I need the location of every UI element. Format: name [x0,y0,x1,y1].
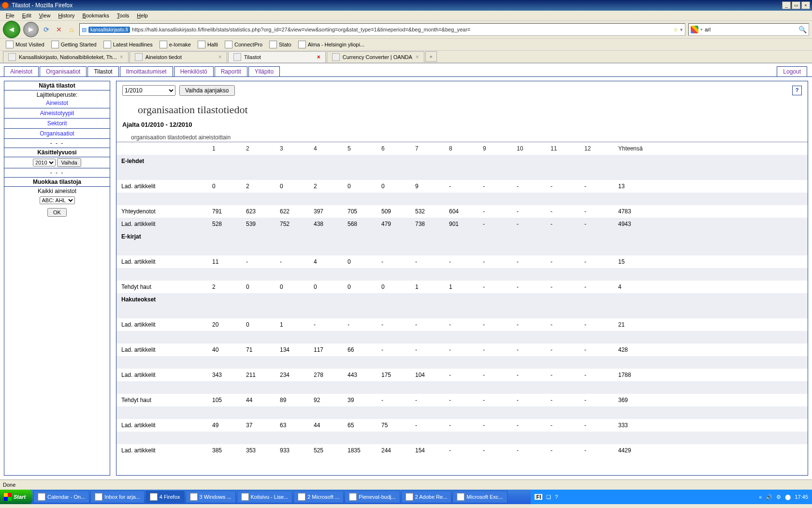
tray-icon[interactable]: ? [555,494,558,500]
app-tab-organisaatiot[interactable]: Organisaatiot [40,66,87,77]
app-tab-ylläpito[interactable]: Ylläpito [248,66,280,77]
bookmark-icon [103,41,111,48]
tray-icon[interactable]: ⚙ [776,494,781,500]
reload-button[interactable]: ⟳ [42,25,51,34]
page-content: AineistotOrganisaatiotTilastotIlmoittaut… [0,63,812,479]
table-row: Hakuteokset [116,293,808,306]
taskbar: Start Calendar - On...Inbox for arja...4… [0,490,812,504]
change-period-button[interactable]: Vaihda ajanjakso [179,85,235,96]
window-titlebar: Tilastot - Mozilla Firefox _ ▭ × [0,0,812,11]
minimize-button[interactable]: _ [782,1,791,9]
tab-close-icon[interactable]: × [416,54,419,60]
app-tab-tilastot[interactable]: Tilastot [87,66,118,77]
bookmark-item[interactable]: ConnectPro [222,40,265,49]
browser-tab[interactable]: Currency Converter | OANDA× [327,51,424,62]
forward-button[interactable]: ► [23,22,39,37]
menubar: FileEditViewHistoryBookmarksToolsHelp [0,11,812,21]
menu-history[interactable]: History [54,12,78,19]
url-bar[interactable]: ▧ kansalliskirjasto.fi https://halti.kan… [79,23,685,36]
table-row [116,356,808,369]
table-row: Lad. artikkelit11--40-------15 [116,255,808,268]
app-tab-aineistot[interactable]: Aineistot [4,66,39,77]
period-select[interactable]: 1/2010 [122,85,175,96]
table-row: E-kirjat [116,230,808,243]
taskbar-task[interactable]: Inbox for arja... [90,491,144,503]
bookmark-item[interactable]: Most Visited [3,40,47,49]
menu-tools[interactable]: Tools [113,12,133,19]
bookmark-item[interactable]: Halti [195,40,221,49]
menu-file[interactable]: File [2,12,18,19]
app-tab-raportit[interactable]: Raportit [215,66,247,77]
table-row: Lad. artikkelit0202009-----13 [116,180,808,193]
close-button[interactable]: × [801,1,810,9]
menu-bookmarks[interactable]: Bookmarks [79,12,113,19]
aineisto-select[interactable]: ABC: AHL [40,196,75,204]
logout-button[interactable]: Logout [777,66,807,77]
bookmark-icon [269,41,277,48]
divider: - - - [4,139,110,148]
sidebar-link-aineistot[interactable]: Aineistot [4,99,110,107]
sidebar-link-organisaatiot[interactable]: Organisaatiot [4,130,110,137]
table-row [116,193,808,205]
bookmark-item[interactable]: Getting Started [48,40,100,49]
taskbar-task[interactable]: Kotisivu - Lise... [237,491,293,503]
maximize-button[interactable]: ▭ [792,1,800,9]
taskbar-task[interactable]: 2 Microsoft ... [293,491,344,503]
taskbar-task[interactable]: Calendar - On... [33,491,89,503]
stop-button[interactable]: ✕ [54,25,64,34]
task-icon [150,493,158,501]
bookmark-icon [298,41,306,48]
sidebar-link-sektorit[interactable]: Sektorit [4,120,110,127]
taskbar-task[interactable]: 3 Windows ... [186,491,236,503]
help-button[interactable]: ? [792,86,802,95]
tab-close-icon[interactable]: × [218,54,222,60]
year-change-button[interactable]: Vaihda [57,158,81,167]
tray-icon[interactable]: ⬤ [785,494,791,500]
ok-button[interactable]: OK [47,208,67,217]
tray-icon[interactable]: 🔊 [766,494,772,500]
language-indicator[interactable]: FI [535,494,542,500]
system-tray[interactable]: FI ❏ ? « 🔊 ⚙ ⬤ 17:45 [531,490,812,504]
bookmark-item[interactable]: Alma - Helsingin yliopi... [295,40,367,49]
row-label: Tehdyt haut [116,281,209,293]
start-button[interactable]: Start [0,490,32,504]
app-tab-ilmoittautumiset[interactable]: Ilmoittautumiset [120,66,173,77]
bookmark-icon [160,41,167,48]
browser-tab[interactable]: Aineiston tiedot× [130,51,227,62]
main-panel: 1/2010 Vaihda ajanjakso ? organisaation … [116,81,808,476]
menu-view[interactable]: View [35,12,55,19]
taskbar-task[interactable]: 2 Adobe Re... [401,491,452,503]
tray-icon[interactable]: ❏ [546,494,551,500]
taskbar-task[interactable]: Pienevat-budj... [345,491,400,503]
table-row: Lad. artikkelit343211234278443175104----… [116,369,808,381]
menu-edit[interactable]: Edit [18,12,35,19]
bookmark-item[interactable]: Stato [266,40,294,49]
bookmark-item[interactable]: e-lomake [157,40,194,49]
menu-help[interactable]: Help [133,12,152,19]
search-input[interactable]: arl [705,27,710,32]
table-row [116,268,808,281]
site-identity-badge[interactable]: kansalliskirjasto.fi [88,27,130,33]
taskbar-task[interactable]: 4 Firefox [145,491,185,503]
tray-expand-icon[interactable]: « [759,494,762,500]
tab-close-icon[interactable]: × [120,54,123,60]
table-row [116,167,808,180]
home-button[interactable]: ⌂ [67,25,76,34]
bookmark-item[interactable]: Latest Headlines [101,40,156,49]
browser-tab[interactable]: Tilastot× [228,51,326,62]
row-label: Lad. artikkelit [116,318,209,331]
search-bar[interactable]: ▾ arl 🔍 [688,23,809,36]
app-tab-henkilöstö[interactable]: Henkilöstö [174,66,214,77]
row-total: 369 [615,394,808,406]
bookmark-icon [225,41,232,48]
new-tab-button[interactable]: + [425,51,437,62]
sidebar-link-aineistotyypit[interactable]: Aineistotyypit [4,109,110,117]
browser-tab[interactable]: Kansalliskirjasto, Nationalbiblioteket, … [3,51,129,62]
tab-close-icon[interactable]: × [317,54,320,60]
year-select[interactable]: 2010 [33,159,56,166]
search-icon[interactable]: 🔍 [798,26,807,33]
back-button[interactable]: ◄ [3,21,20,38]
table-row: Lad. artikkelit2001---------21 [116,318,808,331]
taskbar-task[interactable]: Microsoft Exc... [452,491,507,503]
table-row: E-lehdet [116,155,808,167]
